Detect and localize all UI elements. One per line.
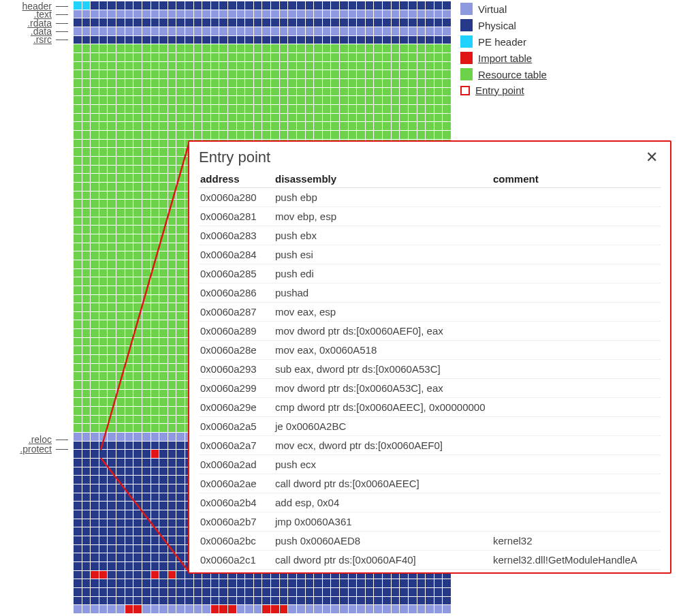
bytemap-cell[interactable] bbox=[74, 53, 82, 61]
bytemap-cell[interactable] bbox=[349, 44, 357, 52]
bytemap-cell[interactable] bbox=[176, 10, 185, 18]
bytemap-cell[interactable] bbox=[142, 536, 151, 544]
bytemap-cell[interactable] bbox=[194, 44, 202, 52]
bytemap-cell[interactable] bbox=[366, 10, 374, 18]
bytemap-cell[interactable] bbox=[159, 140, 168, 148]
bytemap-cell[interactable] bbox=[82, 484, 91, 493]
bytemap-cell[interactable] bbox=[185, 579, 193, 587]
bytemap-cell[interactable] bbox=[151, 355, 159, 363]
bytemap-cell[interactable] bbox=[151, 277, 159, 286]
bytemap-cell[interactable] bbox=[82, 251, 91, 260]
bytemap-cell[interactable] bbox=[237, 588, 245, 596]
bytemap-cell[interactable] bbox=[306, 579, 314, 587]
bytemap-cell[interactable] bbox=[176, 140, 185, 148]
bytemap-cell[interactable] bbox=[168, 424, 176, 432]
bytemap-cell[interactable] bbox=[91, 303, 99, 311]
bytemap-cell[interactable] bbox=[151, 209, 159, 217]
bytemap-cell[interactable] bbox=[383, 79, 391, 87]
bytemap-cell[interactable] bbox=[116, 571, 125, 579]
bytemap-cell[interactable] bbox=[400, 122, 408, 130]
bytemap-cell[interactable] bbox=[383, 597, 391, 605]
bytemap-cell[interactable] bbox=[91, 338, 99, 346]
bytemap-cell[interactable] bbox=[392, 53, 400, 61]
bytemap-cell[interactable] bbox=[349, 579, 357, 587]
bytemap-cell[interactable] bbox=[99, 226, 108, 234]
bytemap-cell[interactable] bbox=[151, 295, 159, 303]
bytemap-cell[interactable] bbox=[125, 355, 133, 363]
bytemap-cell[interactable] bbox=[400, 10, 408, 18]
bytemap-cell[interactable] bbox=[176, 502, 185, 510]
bytemap-cell[interactable] bbox=[108, 157, 116, 165]
bytemap-cell[interactable] bbox=[434, 44, 443, 52]
bytemap-cell[interactable] bbox=[168, 346, 176, 354]
section-label-rsrc[interactable]: .rsrc bbox=[33, 34, 68, 45]
bytemap-cell[interactable] bbox=[142, 303, 151, 311]
bytemap-cell[interactable] bbox=[374, 1, 382, 10]
bytemap-cell[interactable] bbox=[116, 62, 125, 70]
bytemap-cell[interactable] bbox=[82, 157, 91, 165]
bytemap-cell[interactable] bbox=[159, 295, 168, 303]
bytemap-cell[interactable] bbox=[125, 114, 133, 122]
bytemap-cell[interactable] bbox=[133, 44, 142, 52]
bytemap-cell[interactable] bbox=[116, 545, 125, 553]
bytemap-cell[interactable] bbox=[374, 79, 382, 87]
bytemap-cell[interactable] bbox=[116, 407, 125, 415]
bytemap-cell[interactable] bbox=[254, 36, 262, 44]
bytemap-cell[interactable] bbox=[116, 105, 125, 113]
bytemap-cell[interactable] bbox=[125, 18, 133, 27]
bytemap-cell[interactable] bbox=[228, 588, 236, 596]
bytemap-cell[interactable] bbox=[133, 579, 142, 587]
bytemap-cell[interactable] bbox=[74, 605, 82, 613]
bytemap-cell[interactable] bbox=[297, 597, 305, 605]
bytemap-cell[interactable] bbox=[133, 140, 142, 148]
bytemap-cell[interactable] bbox=[142, 605, 151, 613]
bytemap-cell[interactable] bbox=[91, 174, 99, 182]
bytemap-cell[interactable] bbox=[74, 390, 82, 398]
bytemap-cell[interactable] bbox=[125, 36, 133, 44]
bytemap-cell[interactable] bbox=[159, 597, 168, 605]
bytemap-cell[interactable] bbox=[176, 588, 185, 596]
bytemap-cell[interactable] bbox=[108, 346, 116, 354]
bytemap-cell[interactable] bbox=[91, 226, 99, 234]
bytemap-cell[interactable] bbox=[383, 62, 391, 70]
bytemap-cell[interactable] bbox=[340, 122, 348, 130]
bytemap-cell[interactable] bbox=[168, 234, 176, 243]
bytemap-cell[interactable] bbox=[297, 114, 305, 122]
bytemap-cell[interactable] bbox=[400, 1, 408, 10]
bytemap-cell[interactable] bbox=[400, 597, 408, 605]
bytemap-cell[interactable] bbox=[271, 131, 279, 139]
bytemap-cell[interactable] bbox=[108, 234, 116, 243]
bytemap-cell[interactable] bbox=[426, 53, 434, 61]
bytemap-cell[interactable] bbox=[159, 416, 168, 424]
bytemap-cell[interactable] bbox=[142, 597, 151, 605]
bytemap-cell[interactable] bbox=[74, 157, 82, 165]
bytemap-cell[interactable] bbox=[125, 398, 133, 406]
bytemap-cell[interactable] bbox=[159, 79, 168, 87]
bytemap-cell[interactable] bbox=[366, 18, 374, 27]
bytemap-cell[interactable] bbox=[434, 1, 443, 10]
bytemap-cell[interactable] bbox=[254, 62, 262, 70]
bytemap-cell[interactable] bbox=[366, 96, 374, 104]
bytemap-cell[interactable] bbox=[159, 174, 168, 182]
bytemap-cell[interactable] bbox=[74, 1, 82, 10]
bytemap-cell[interactable] bbox=[142, 407, 151, 415]
bytemap-cell[interactable] bbox=[271, 44, 279, 52]
bytemap-cell[interactable] bbox=[108, 183, 116, 191]
bytemap-cell[interactable] bbox=[383, 18, 391, 27]
bytemap-cell[interactable] bbox=[142, 217, 151, 226]
bytemap-cell[interactable] bbox=[133, 493, 142, 502]
bytemap-cell[interactable] bbox=[176, 260, 185, 268]
bytemap-cell[interactable] bbox=[108, 105, 116, 113]
bytemap-cell[interactable] bbox=[202, 88, 210, 96]
bytemap-cell[interactable] bbox=[271, 105, 279, 113]
bytemap-cell[interactable] bbox=[237, 605, 245, 613]
bytemap-cell[interactable] bbox=[409, 44, 417, 52]
bytemap-cell[interactable] bbox=[91, 88, 99, 96]
bytemap-cell[interactable] bbox=[194, 1, 202, 10]
bytemap-cell[interactable] bbox=[74, 338, 82, 346]
bytemap-cell[interactable] bbox=[133, 476, 142, 484]
bytemap-cell[interactable] bbox=[280, 96, 288, 104]
bytemap-cell[interactable] bbox=[125, 166, 133, 174]
bytemap-cell[interactable] bbox=[168, 36, 176, 44]
bytemap-cell[interactable] bbox=[237, 53, 245, 61]
